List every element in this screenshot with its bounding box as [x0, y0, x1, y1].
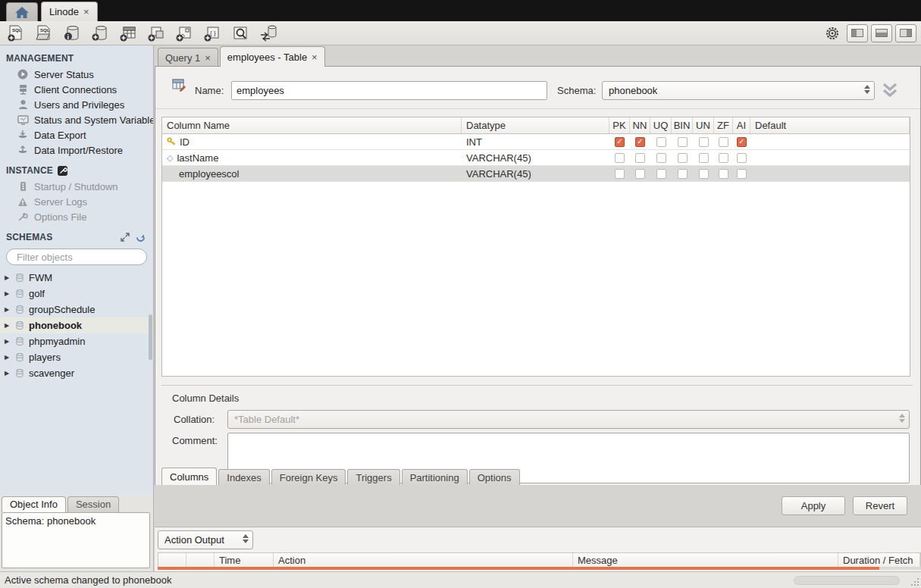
flag-checkbox-bin[interactable] [678, 137, 688, 147]
tab-triggers[interactable]: Triggers [347, 469, 399, 485]
schema-filter-input[interactable] [17, 252, 150, 263]
table-row[interactable]: ◇ lastName VARCHAR(45) [162, 150, 910, 166]
table-row[interactable]: ID INT [162, 134, 910, 150]
toggle-left-panel-button[interactable] [847, 24, 868, 42]
schema-tree-item-golf[interactable]: ▶ golf [0, 286, 153, 302]
flag-checkbox-ai[interactable] [737, 153, 747, 163]
sidebar-item-users-privileges[interactable]: Users and Privileges [0, 97, 153, 112]
table-row[interactable]: employeescol VARCHAR(45) [162, 166, 910, 182]
col-header[interactable]: PK [609, 117, 630, 133]
refresh-schemas-icon[interactable] [136, 233, 146, 242]
schema-tree-item-scavenger[interactable]: ▶ scavenger [0, 365, 153, 381]
toggle-bottom-panel-button[interactable] [871, 24, 892, 42]
toggle-right-panel-button[interactable] [895, 24, 916, 42]
flag-checkbox-bin[interactable] [678, 153, 688, 163]
collapse-header-chevrons-icon[interactable] [881, 82, 899, 101]
col-header[interactable]: ZF [714, 117, 733, 133]
tab-session[interactable]: Session [67, 496, 119, 512]
tab-query-1[interactable]: Query 1 × [158, 48, 218, 67]
sidebar-item-server-status[interactable]: Server Status [0, 67, 153, 82]
close-icon[interactable]: × [205, 52, 211, 64]
new-sql-tab-icon[interactable]: SQL [5, 23, 27, 43]
output-col-header[interactable]: Action [274, 553, 573, 567]
revert-button[interactable]: Revert [853, 496, 907, 515]
flag-checkbox-zf[interactable] [719, 137, 728, 147]
flag-checkbox-nn[interactable] [635, 153, 645, 163]
preferences-gear-icon[interactable] [821, 23, 844, 43]
flag-checkbox-zf[interactable] [719, 169, 728, 179]
tab-columns[interactable]: Columns [161, 468, 217, 485]
expander-icon[interactable]: ▶ [5, 339, 11, 345]
flag-checkbox-un[interactable] [699, 169, 709, 179]
col-header[interactable]: Datatype [462, 117, 609, 133]
col-header[interactable]: UQ [650, 117, 672, 133]
sidebar-item-status-system-variables[interactable]: Status and System Variables [0, 112, 153, 127]
col-header[interactable]: Default [750, 117, 910, 133]
col-header[interactable]: UN [693, 117, 714, 133]
schema-tree-item-fwm[interactable]: ▶ FWM [0, 270, 153, 286]
sidebar-item-server-logs[interactable]: Server Logs [0, 194, 153, 209]
schema-select[interactable]: phonebook [602, 81, 875, 100]
expander-icon[interactable]: ▶ [5, 355, 11, 361]
col-header[interactable]: Column Name [162, 117, 462, 133]
flag-checkbox-uq[interactable] [656, 169, 666, 179]
col-header[interactable]: BIN [672, 117, 693, 133]
home-tab[interactable] [6, 2, 38, 21]
horizontal-scrollbar[interactable] [158, 567, 879, 570]
schema-tree-item-phonebook[interactable]: ▶ phonebook [0, 317, 153, 333]
tab-employees-table[interactable]: employees - Table × [220, 46, 325, 67]
close-icon[interactable]: × [312, 52, 318, 63]
sidebar-item-data-import[interactable]: Data Import/Restore [0, 142, 153, 158]
flag-checkbox-ai[interactable] [737, 169, 747, 179]
expander-icon[interactable]: ▶ [5, 371, 11, 377]
flag-checkbox-un[interactable] [699, 153, 709, 163]
sidebar-scrollbar[interactable] [149, 273, 152, 394]
reconnect-dbms-icon[interactable] [257, 23, 280, 43]
schema-tree-item-phpmyadmin[interactable]: ▶ phpmyadmin [0, 333, 153, 349]
connection-tab[interactable]: Linode × [41, 2, 98, 21]
flag-checkbox-uq[interactable] [656, 153, 666, 163]
output-type-select[interactable]: Action Output [158, 530, 253, 549]
flag-checkbox-uq[interactable] [656, 137, 666, 147]
create-function-icon[interactable]: { } [201, 23, 224, 43]
output-col-header[interactable]: Duration / Fetch [838, 553, 920, 567]
flag-checkbox-bin[interactable] [678, 169, 688, 179]
output-col-header[interactable]: Time [215, 553, 274, 567]
resize-grip[interactable] [910, 577, 919, 586]
output-col-header[interactable]: Message [573, 553, 838, 567]
apply-button[interactable]: Apply [782, 496, 845, 515]
close-icon[interactable]: × [83, 6, 89, 17]
col-header[interactable]: AI [733, 117, 750, 133]
flag-checkbox-un[interactable] [699, 137, 709, 147]
create-view-icon[interactable] [145, 23, 168, 43]
schema-inspector-icon[interactable]: i [61, 23, 83, 43]
flag-checkbox-ai[interactable] [737, 137, 747, 147]
tab-options[interactable]: Options [469, 469, 520, 485]
col-header[interactable]: NN [630, 117, 650, 133]
flag-checkbox-nn[interactable] [635, 169, 645, 179]
create-procedure-icon[interactable] [173, 23, 196, 43]
sidebar-item-data-export[interactable]: Data Export [0, 127, 153, 142]
expander-icon[interactable]: ▶ [5, 307, 11, 313]
create-schema-icon[interactable] [89, 23, 111, 43]
schema-tree-item-players[interactable]: ▶ players [0, 349, 153, 365]
expander-icon[interactable]: ▶ [5, 323, 11, 329]
expander-icon[interactable]: ▶ [5, 275, 11, 281]
tab-indexes[interactable]: Indexes [218, 469, 270, 485]
create-table-icon[interactable] [117, 23, 139, 43]
flag-checkbox-zf[interactable] [719, 153, 728, 163]
schema-tree-item-groupschedule[interactable]: ▶ groupSchedule [0, 302, 153, 317]
expander-icon[interactable]: ▶ [5, 291, 11, 297]
output-col-header[interactable] [186, 553, 215, 567]
search-table-data-icon[interactable] [229, 23, 252, 43]
flag-checkbox-nn[interactable] [635, 137, 645, 147]
sidebar-item-options-file[interactable]: Options File [0, 209, 153, 224]
tab-foreign-keys[interactable]: Foreign Keys [271, 469, 346, 485]
flag-checkbox-pk[interactable] [615, 153, 625, 163]
collation-select[interactable]: *Table Default* [227, 410, 910, 429]
table-name-input[interactable] [231, 81, 547, 100]
flag-checkbox-pk[interactable] [615, 169, 625, 179]
output-col-header[interactable] [158, 553, 186, 567]
flag-checkbox-pk[interactable] [615, 137, 625, 147]
tab-object-info[interactable]: Object Info [2, 496, 66, 512]
